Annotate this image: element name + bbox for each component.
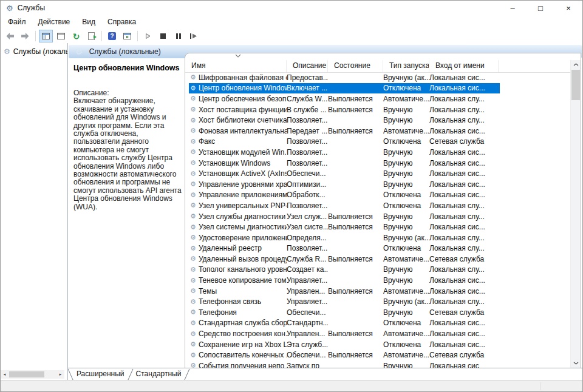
- column-header-logon-as[interactable]: Вход от имени: [429, 60, 499, 72]
- service-name-cell: ⚙Телефония: [189, 308, 287, 317]
- table-row[interactable]: ⚙ТелефонияОбеспечи...ВручнуюСетевая служ…: [189, 307, 500, 318]
- close-button[interactable]: ×: [554, 1, 582, 15]
- table-row[interactable]: ⚙Средство построения кон...Управлен...Вы…: [189, 328, 500, 339]
- table-row[interactable]: ⚙Удаленный вызов процеду...Служба R...Вы…: [189, 254, 500, 265]
- service-logon-as: Локальная сис: [429, 362, 499, 368]
- column-header-name[interactable]: Имя: [185, 60, 287, 72]
- service-description: Позволяет...: [287, 244, 328, 252]
- service-logon-as: Локальная сис...: [429, 276, 499, 285]
- service-gear-icon: ⚙: [190, 352, 196, 359]
- tab-standard[interactable]: Стандартный: [131, 368, 187, 380]
- menu-view[interactable]: Вид: [76, 15, 101, 29]
- service-name-cell: ⚙Телефонная связь: [189, 297, 287, 306]
- service-name: Узел универсальных PNP-...: [199, 201, 287, 210]
- scroll-left-icon[interactable]: ◄: [1, 370, 9, 379]
- service-name: Управление приложениями: [199, 191, 287, 199]
- table-row[interactable]: ⚙Хост поставщика функции...В службе ...В…: [189, 104, 500, 115]
- table-row[interactable]: ⚙Удаленный реестрПозволяет...ОтключенаЛо…: [189, 243, 500, 254]
- scroll-right-icon[interactable]: ►: [56, 370, 64, 379]
- service-logon-as: Локальная сис...: [429, 191, 499, 199]
- menu-action[interactable]: Действие: [32, 15, 77, 29]
- service-name: Факс: [199, 137, 215, 146]
- service-gear-icon: ⚙: [190, 149, 196, 155]
- menu-help[interactable]: Справка: [101, 15, 142, 29]
- service-description: Позволяет...: [287, 201, 328, 210]
- service-logon-as: Локальная сис...: [429, 223, 499, 231]
- table-row[interactable]: ⚙Тополог канального уровняСоздает ка...В…: [189, 265, 500, 275]
- service-name-cell: ⚙Удостоверение приложения: [189, 234, 287, 242]
- service-logon-as: Локальная сис...: [429, 169, 499, 178]
- stop-service-icon[interactable]: [156, 30, 170, 42]
- forward-icon[interactable]: [18, 30, 32, 42]
- table-row[interactable]: ⚙Удостоверение приложенияОпределя...Вруч…: [189, 232, 500, 243]
- table-row[interactable]: ⚙ТемыУправлен...ВыполняетсяАвтоматиче...…: [189, 286, 500, 297]
- table-row[interactable]: ⚙Стандартная служба сбор...Стандартн...О…: [189, 318, 500, 329]
- service-logon-as: Локальная слу...: [429, 234, 499, 242]
- table-row[interactable]: ⚙События получения непоЗапуск прВручнуюЛ…: [189, 360, 500, 368]
- service-logon-as: Локальная слу...: [429, 95, 499, 103]
- table-row[interactable]: ⚙Управление уровнями хра...Оптимизи...Вр…: [189, 179, 500, 190]
- table-row[interactable]: ⚙Фоновая интеллектуальна...Передает ...В…: [189, 126, 500, 137]
- properties-window-icon[interactable]: [54, 30, 68, 42]
- table-row[interactable]: ⚙Теневое копирование томаУправляет...Вру…: [189, 275, 500, 286]
- table-row[interactable]: ⚙Шифрованная файловая с...Предостав...Вр…: [189, 72, 500, 83]
- pause-service-icon[interactable]: [171, 30, 185, 42]
- help-icon[interactable]: ?: [105, 30, 119, 42]
- scrollbar-track[interactable]: [9, 370, 56, 379]
- scroll-up-icon[interactable]: [571, 60, 581, 69]
- tree-horizontal-scrollbar[interactable]: ◄ ►: [1, 370, 64, 379]
- column-header-status[interactable]: Состояние: [328, 60, 383, 72]
- service-description: Включает ...: [287, 84, 328, 92]
- table-row[interactable]: ⚙Узел системы диагностикиУзел систе...Вы…: [189, 221, 500, 232]
- table-row[interactable]: ⚙Узел службы диагностикиУзел служ...Выпо…: [189, 211, 500, 222]
- column-header-description[interactable]: Описание: [287, 60, 328, 72]
- service-name: Установщик Windows: [199, 159, 270, 167]
- maximize-button[interactable]: □: [527, 1, 554, 15]
- tab-extended[interactable]: Расширенный: [71, 368, 130, 380]
- service-logon-as: Локальная слу...: [429, 106, 499, 114]
- service-description: Определя...: [287, 234, 328, 242]
- service-description: Запуск пр: [287, 362, 328, 368]
- table-row[interactable]: ⚙Центр обеспечения безоп...Служба W...Вы…: [189, 93, 500, 104]
- table-rows: ⚙Шифрованная файловая с...Предостав...Вр…: [185, 72, 570, 368]
- service-startup-type: Автоматиче...: [383, 255, 429, 263]
- service-name: Шифрованная файловая с...: [199, 73, 287, 82]
- extended-view-icon[interactable]: [120, 30, 134, 42]
- description-text: Включает обнаружение, скачивание и устан…: [73, 97, 182, 211]
- service-logon-as: Локальная сис...: [429, 319, 499, 327]
- vertical-scrollbar[interactable]: [570, 60, 581, 368]
- service-startup-type: Автоматиче...: [383, 351, 429, 359]
- table-row[interactable]: ⚙Установщик модулей Win...Позволяет...Вр…: [189, 147, 500, 158]
- export-list-icon[interactable]: [84, 30, 98, 42]
- service-name: События получения непо: [199, 362, 284, 368]
- refresh-icon[interactable]: ↻: [69, 30, 83, 42]
- view-tab-strip: Расширенный Стандартный: [68, 368, 582, 380]
- scrollbar-thumb[interactable]: [9, 371, 44, 377]
- service-name: Узел службы диагностики: [199, 212, 285, 221]
- table-row[interactable]: ⚙Хост библиотеки счетчика...Позволяет...…: [189, 115, 500, 126]
- table-row[interactable]: ⚙Телефонная связьУправляет...Вручную (ак…: [189, 296, 500, 307]
- scrollbar-thumb[interactable]: [571, 70, 580, 100]
- table-row[interactable]: ⚙Сопоставитель конечных ...Обеспечи...Вы…: [189, 350, 500, 360]
- minimize-button[interactable]: –: [499, 1, 527, 15]
- start-service-icon[interactable]: [141, 30, 155, 42]
- status-bar-divider: [540, 382, 540, 390]
- table-row[interactable]: ⚙Управление приложениямиОбработк...Отклю…: [189, 190, 500, 201]
- tree-item-services-local[interactable]: ⚙ Службы (локальные): [1, 46, 67, 58]
- column-header-startup-type[interactable]: Тип запуска: [383, 60, 429, 72]
- back-icon[interactable]: [3, 30, 17, 42]
- scroll-down-icon[interactable]: [571, 359, 581, 368]
- restart-service-icon[interactable]: [186, 30, 200, 42]
- table-row[interactable]: ⚙Узел универсальных PNP-...Позволяет...О…: [189, 200, 500, 211]
- menu-file[interactable]: Файл: [2, 15, 32, 29]
- table-row[interactable]: ⚙ФаксПозволяет...ОтключенаСетевая служба: [189, 137, 500, 147]
- table-row[interactable]: ⚙Установщик ActiveX (AxIns...Обеспечи...…: [189, 168, 500, 179]
- table-row[interactable]: ⚙Сохранение игр на Xbox Li...Эта служб..…: [189, 339, 500, 350]
- show-console-tree-icon[interactable]: [39, 30, 53, 42]
- column-header-filler: [499, 60, 581, 72]
- table-row[interactable]: ⚙Центр обновления WindowsВключает ...Отк…: [189, 83, 500, 94]
- table-row[interactable]: ⚙Установщик WindowsПозволяет...ВручнуюЛо…: [189, 158, 500, 169]
- service-description: Стандартн...: [287, 319, 328, 327]
- service-startup-type: Вручную: [383, 308, 429, 317]
- service-name-cell: ⚙Хост библиотеки счетчика...: [189, 116, 287, 124]
